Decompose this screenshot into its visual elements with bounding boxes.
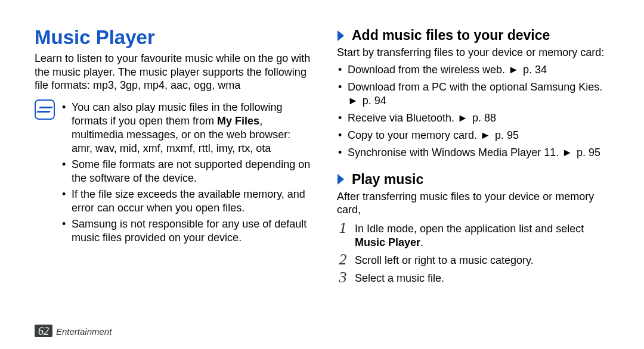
item-text: Copy to your memory card.	[348, 129, 480, 141]
note-bullet: Samsung is not responsible for any use o…	[61, 217, 313, 245]
list-item: Download from the wireless web. ► p. 34	[337, 63, 615, 78]
triangle-icon: ►	[457, 111, 468, 125]
step-item: 2 Scroll left or right to a music catego…	[337, 252, 615, 267]
triangle-icon: ►	[508, 63, 519, 77]
step-number: 3	[337, 270, 349, 285]
footer-section-name: Entertainment	[56, 326, 112, 337]
chevron-right-icon	[337, 173, 346, 185]
page-number-badge: 62	[35, 325, 52, 337]
note-icon	[35, 99, 55, 120]
list-item: Copy to your memory card. ► p. 95	[337, 129, 615, 144]
item-text: Download from a PC with the optional Sam…	[348, 81, 602, 93]
intro-paragraph: Learn to listen to your favourite music …	[35, 52, 313, 92]
manual-page: Music Player Learn to listen to your fav…	[0, 0, 644, 349]
two-column-layout: Music Player Learn to listen to your fav…	[35, 27, 615, 288]
section-title: Music Player	[35, 27, 313, 47]
right-column: Add music files to your device Start by …	[337, 27, 615, 288]
note-bullet: If the file size exceeds the available m…	[61, 188, 313, 215]
list-item: Receive via Bluetooth. ► p. 88	[337, 111, 615, 126]
step-number: 2	[337, 252, 349, 267]
step-item: 1 In Idle mode, open the application lis…	[337, 220, 615, 250]
subsection-title: Add music files to your device	[352, 27, 550, 43]
triangle-icon: ►	[480, 129, 491, 142]
note-bullet: Some file formats are not supported depe…	[61, 158, 313, 185]
note-bold: My Files	[217, 115, 259, 127]
step-bold: Music Player	[355, 236, 420, 248]
step-text: In Idle mode, open the application list …	[355, 220, 615, 250]
page-ref: p. 34	[523, 64, 547, 76]
item-text: Download from the wireless web.	[348, 64, 508, 76]
page-footer: 62 Entertainment	[35, 325, 112, 337]
page-ref: p. 94	[363, 95, 386, 107]
add-files-list: Download from the wireless web. ► p. 34 …	[337, 63, 615, 161]
subsection-heading: Play music	[337, 172, 615, 188]
subsection-intro: Start by transferring files to your devi…	[337, 46, 615, 60]
step-item: 3 Select a music file.	[337, 270, 615, 285]
subsection-heading: Add music files to your device	[337, 27, 615, 43]
item-text: Receive via Bluetooth.	[348, 112, 457, 124]
page-ref: p. 95	[495, 129, 519, 141]
item-text: Synchronise with Windows Media Player 11…	[348, 147, 562, 158]
step-text: Scroll left or right to a music category…	[355, 252, 534, 267]
triangle-icon: ►	[348, 94, 358, 108]
subsection-intro: After transferring music files to your d…	[337, 190, 615, 217]
chevron-right-icon	[337, 30, 346, 42]
list-item: Synchronise with Windows Media Player 11…	[337, 146, 615, 161]
step-text: Select a music file.	[355, 270, 444, 285]
steps-list: 1 In Idle mode, open the application lis…	[337, 220, 615, 285]
page-ref: p. 95	[577, 147, 600, 158]
left-column: Music Player Learn to listen to your fav…	[35, 27, 313, 288]
step-number: 1	[337, 220, 349, 236]
note-block: You can also play music files in the fol…	[35, 98, 313, 247]
note-bullet-list: You can also play music files in the fol…	[61, 98, 313, 247]
page-ref: p. 88	[472, 112, 496, 124]
subsection-title: Play music	[352, 172, 423, 188]
list-item: Download from a PC with the optional Sam…	[337, 80, 615, 109]
note-bullet: You can also play music files in the fol…	[61, 101, 313, 155]
triangle-icon: ►	[562, 146, 572, 160]
